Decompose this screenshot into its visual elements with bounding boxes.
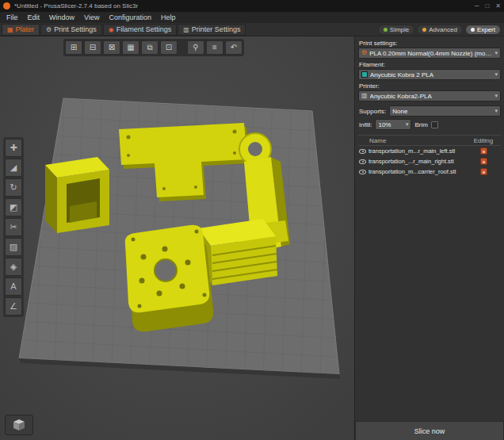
seam-tool-button[interactable]: ◈ [5,258,22,276]
rotate-icon: ↻ [10,182,17,192]
column-name: Name [358,137,466,144]
chevron-down-icon: ▾ [494,71,498,78]
close-button[interactable]: ✕ [495,2,501,10]
print-settings-value: PLA 0.20mm Normal(0.4mm Nozzle) (modifie… [369,50,492,57]
scale-icon: ◢ [10,163,17,172]
print-settings-label: Print settings: [359,40,501,47]
object-list-header: Name Editing [358,136,501,146]
model-motor-mount[interactable] [125,225,214,332]
printer-select[interactable]: ▥ Anycubic Kobra2-PLA ▾ [358,90,501,101]
mode-expert[interactable]: Expert [465,25,501,35]
measure-tool-button[interactable]: ∠ [5,297,22,316]
paste-button[interactable]: ⊡ [160,40,178,55]
minimize-button[interactable]: ─ [475,2,479,10]
gear-icon: ⚙ [46,26,52,33]
bed-scene [0,36,354,440]
arrange-button[interactable]: ▦ [122,40,139,55]
object-name: transportation_m...r_main_left.stl [368,147,466,155]
object-row[interactable]: transportation_...r_main_right.stl [358,156,501,166]
chevron-down-icon: ▾ [494,93,498,99]
menu-help[interactable]: Help [156,13,181,21]
tab-print-settings-label: Print Settings [54,25,97,33]
eye-icon[interactable] [359,149,366,154]
edit-icon[interactable] [480,147,487,155]
brim-checkbox[interactable] [431,121,438,128]
delete-button[interactable]: ⊟ [84,40,101,55]
window-title: *Untitled - PrusaSlicer-2.7.4 based on S… [14,2,138,10]
view-cube-button[interactable] [5,415,33,435]
move-tool-button[interactable]: ✚ [5,139,22,157]
object-name: transportation_m...carrier_roof.stl [368,168,466,175]
delete-all-icon: ⊠ [109,43,115,52]
view-cube-icon [12,419,26,431]
printer-icon: ▥ [361,93,368,99]
object-list: Name Editing transportation_m...r_main_l… [358,135,501,177]
tab-bar: ▦ Plater ⚙ Print Settings ◉ Filament Set… [0,23,504,36]
place-on-face-icon: ◩ [10,202,17,212]
printer-value: Anycubic Kobra2-PLA [370,93,493,100]
paint-support-icon: ▨ [10,242,17,251]
menu-view[interactable]: View [79,13,104,21]
paste-icon: ⊡ [166,43,172,52]
supports-value: None [392,108,492,115]
cut-icon: ✂ [10,222,17,231]
scale-tool-button[interactable]: ◢ [5,159,22,177]
object-name: transportation_...r_main_right.stl [368,158,466,165]
model-main-left[interactable] [45,157,109,233]
print-settings-select[interactable]: ⚙ PLA 0.20mm Normal(0.4mm Nozzle) (modif… [358,48,501,59]
tab-print-settings[interactable]: ⚙ Print Settings [40,24,102,36]
prusaslicer-window: *Untitled - PrusaSlicer-2.7.4 based on S… [0,0,504,440]
mode-advanced-label: Advanced [429,26,457,33]
supports-label: Supports: [359,108,386,115]
menu-file[interactable]: File [2,13,23,21]
place-on-face-tool-button[interactable]: ◩ [5,198,22,216]
title-bar: *Untitled - PrusaSlicer-2.7.4 based on S… [0,0,504,12]
cut-tool-button[interactable]: ✂ [5,218,22,236]
maximize-button[interactable]: □ [485,2,489,10]
infill-select[interactable]: 10% ▾ [375,119,411,130]
panel-spacer [358,177,501,421]
menu-configuration[interactable]: Configuration [104,13,156,21]
rotate-tool-button[interactable]: ↻ [5,178,22,197]
object-row[interactable]: transportation_m...r_main_left.stl [358,146,501,156]
copy-button[interactable]: ⧉ [141,40,158,55]
measure-icon: ∠ [10,301,17,311]
menu-edit[interactable]: Edit [23,13,45,21]
tab-plater[interactable]: ▦ Plater [2,24,40,36]
delete-all-button[interactable]: ⊠ [103,40,120,55]
supports-select[interactable]: None ▾ [389,105,501,117]
expert-dot-icon [471,28,475,32]
tab-filament-settings[interactable]: ◉ Filament Settings [103,24,178,36]
edit-icon[interactable] [480,168,487,175]
paint-support-tool-button[interactable]: ▨ [5,238,22,256]
edit-icon[interactable] [480,158,487,165]
mode-simple[interactable]: Simple [378,25,414,35]
undo-icon: ↶ [231,43,237,52]
tab-printer-settings[interactable]: ▥ Printer Settings [178,24,246,36]
undo-button[interactable]: ↶ [225,40,242,55]
filament-color-swatch [361,71,368,78]
menu-window[interactable]: Window [44,13,79,21]
tab-printer-settings-label: Printer Settings [192,25,241,33]
eye-icon[interactable] [359,159,366,164]
chevron-down-icon: ▾ [406,121,409,128]
copy-icon: ⧉ [147,43,152,52]
eye-icon[interactable] [359,170,366,174]
model-ribbed-block[interactable] [198,219,277,285]
slice-now-button[interactable]: Slice now [355,421,504,440]
filament-label: Filament: [359,61,501,68]
window-controls: ─ □ ✕ [475,2,501,10]
object-row[interactable]: transportation_m...carrier_roof.stl [358,166,501,177]
text-tool-icon: A [10,281,16,291]
mode-expert-label: Expert [477,26,495,33]
add-button[interactable]: ⊞ [65,40,82,55]
column-editing: Editing [466,137,501,144]
text-tool-button[interactable]: A [5,277,22,296]
mode-advanced[interactable]: Advanced [417,25,463,35]
3d-viewport[interactable]: ⊞ ⊟ ⊠ ▦ ⧉ ⊡ ⚲ ≡ ↶ ✚ ◢ ↻ ◩ ✂ ▨ ◈ A ∠ [0,36,354,440]
filament-select[interactable]: Anycubic Kobra 2 PLA ▾ [358,69,501,80]
infill-value: 10% [378,121,403,128]
layers-button[interactable]: ≡ [206,40,223,55]
mode-simple-label: Simple [390,26,409,33]
search-button[interactable]: ⚲ [187,40,204,55]
